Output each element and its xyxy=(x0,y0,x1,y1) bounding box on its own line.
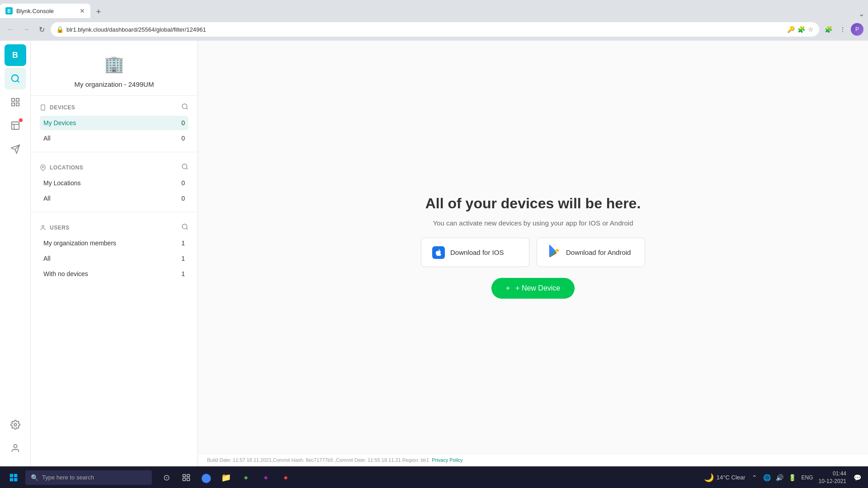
taskbar-search-box[interactable]: 🔍 Type here to search xyxy=(25,470,152,485)
browser-chrome: B Blynk.Console ✕ + ⌄ ← → ↻ 🔒 blr1.blynk… xyxy=(0,0,868,41)
new-device-button[interactable]: + + New Device xyxy=(491,278,575,299)
key-icon[interactable]: 🔑 xyxy=(787,26,795,33)
svg-rect-29 xyxy=(183,478,186,480)
notification-dot xyxy=(19,118,23,122)
extensions-button[interactable]: 🧩 xyxy=(822,23,835,36)
taskbar-app1-button[interactable]: ● xyxy=(237,469,255,487)
settings-gear-button[interactable] xyxy=(5,414,26,436)
taskbar-files-button[interactable]: 📁 xyxy=(217,469,235,487)
taskbar-clock[interactable]: 01:44 10-12-2021 xyxy=(819,470,846,485)
svg-rect-26 xyxy=(14,478,17,481)
svg-point-21 xyxy=(182,224,187,229)
taskbar-network-icon[interactable]: 🌐 xyxy=(762,472,773,483)
download-ios-button[interactable]: Download for IOS xyxy=(421,238,529,267)
svg-line-1 xyxy=(17,80,19,82)
taskbar-app2-button[interactable]: ● xyxy=(257,469,275,487)
sidebar-item-my-devices[interactable]: My Devices 0 xyxy=(40,116,189,130)
svg-point-0 xyxy=(11,75,18,82)
svg-rect-27 xyxy=(183,474,186,477)
playstore-icon xyxy=(548,244,561,260)
browser-profile-button[interactable]: P xyxy=(851,23,863,36)
brand-logo-button[interactable]: B xyxy=(5,44,26,66)
forward-button[interactable]: → xyxy=(20,23,33,36)
devices-search-button[interactable] xyxy=(181,103,189,112)
org-name: My organization - 2499UM xyxy=(75,80,154,88)
tab-close-button[interactable]: ✕ xyxy=(80,7,85,14)
devices-icon xyxy=(40,104,46,111)
appstore-icon xyxy=(432,246,445,259)
taskbar-battery-icon[interactable]: 🔋 xyxy=(787,472,798,483)
svg-line-22 xyxy=(186,228,188,230)
address-bar[interactable]: 🔒 blr1.blynk.cloud/dashboard/25564/globa… xyxy=(51,22,819,37)
no-devices-users-count: 1 xyxy=(181,270,185,277)
download-android-button[interactable]: Download for Android xyxy=(537,238,645,267)
locations-search-button[interactable] xyxy=(181,163,189,172)
download-ios-label: Download for IOS xyxy=(450,249,504,256)
sidebar-item-all-devices[interactable]: All 0 xyxy=(40,131,189,145)
back-button[interactable]: ← xyxy=(5,23,17,36)
svg-rect-3 xyxy=(16,99,19,101)
taskbar: 🔍 Type here to search ⊙ ⬤ 📁 ● ● ● 🌙 14°C… xyxy=(0,466,868,488)
my-locations-label: My Locations xyxy=(43,179,80,187)
tab-title: Blynk.Console xyxy=(16,8,54,14)
tab-overflow-button[interactable]: ⌄ xyxy=(855,9,868,18)
tab-bar: B Blynk.Console ✕ + ⌄ xyxy=(0,0,868,18)
new-tab-button[interactable]: + xyxy=(92,5,105,18)
empty-state-title: All of your devices will be here. xyxy=(425,195,641,212)
address-bar-icons: 🔑 🧩 ☆ xyxy=(787,26,814,33)
start-button[interactable] xyxy=(4,469,24,486)
svg-point-12 xyxy=(14,445,17,448)
sidebar-item-all-users[interactable]: All 1 xyxy=(40,251,189,266)
taskbar-volume-icon[interactable]: 🔊 xyxy=(774,472,785,483)
my-devices-count: 0 xyxy=(181,119,185,127)
icon-bar-bottom xyxy=(5,414,26,466)
taskbar-right: 🌙 14°C Clear ⌃ 🌐 🔊 🔋 ENG 01:44 10-12-202… xyxy=(704,470,864,485)
taskbar-time: 01:44 xyxy=(819,470,846,478)
taskbar-notification-button[interactable]: 💬 xyxy=(850,470,864,485)
active-tab[interactable]: B Blynk.Console ✕ xyxy=(0,4,90,18)
sidebar-item-my-locations[interactable]: My Locations 0 xyxy=(40,176,189,190)
devices-section: DEVICES My Devices 0 All 0 xyxy=(31,96,198,148)
sidebar-item-all-locations[interactable]: All 0 xyxy=(40,191,189,206)
svg-line-19 xyxy=(186,168,188,169)
taskbar-sys-icons: ⌃ 🌐 🔊 🔋 ENG xyxy=(749,472,815,483)
taskbar-task-view-button[interactable] xyxy=(177,469,195,487)
content-area: All of your devices will be here. You ca… xyxy=(198,41,868,453)
svg-rect-4 xyxy=(11,103,14,106)
icon-bar: B xyxy=(0,41,31,466)
browser-menu-button[interactable]: ⋮ xyxy=(836,23,849,36)
taskbar-chevron-icon[interactable]: ⌃ xyxy=(749,472,760,483)
sidebar-item-org-members[interactable]: My organization members 1 xyxy=(40,236,189,250)
sidebar-item-no-devices-users[interactable]: With no devices 1 xyxy=(40,267,189,281)
all-users-label: All xyxy=(43,255,51,262)
taskbar-chrome-button[interactable]: ⬤ xyxy=(197,469,215,487)
taskbar-app3-button[interactable]: ● xyxy=(277,469,295,487)
extensions-icon[interactable]: 🧩 xyxy=(797,26,805,33)
send-nav-button[interactable] xyxy=(5,138,26,160)
search-nav-button[interactable] xyxy=(5,68,26,89)
analytics-nav-button[interactable] xyxy=(5,115,26,136)
my-devices-label: My Devices xyxy=(43,119,76,127)
svg-rect-5 xyxy=(16,103,19,106)
divider-1 xyxy=(31,152,198,152)
svg-rect-23 xyxy=(10,474,13,477)
all-devices-count: 0 xyxy=(181,135,185,142)
users-section: USERS My organization members 1 All 1 Wi… xyxy=(31,216,198,284)
svg-line-16 xyxy=(186,108,188,109)
dashboard-nav-button[interactable] xyxy=(5,91,26,113)
svg-rect-25 xyxy=(10,478,13,481)
all-locations-label: All xyxy=(43,195,51,202)
tab-favicon: B xyxy=(5,7,13,14)
taskbar-weather: 🌙 14°C Clear xyxy=(704,473,745,483)
taskbar-center-icons: ⊙ ⬤ 📁 ● ● ● xyxy=(157,469,295,487)
bookmark-icon[interactable]: ☆ xyxy=(808,26,814,33)
taskbar-cortana-button[interactable]: ⊙ xyxy=(157,469,175,487)
refresh-button[interactable]: ↻ xyxy=(35,23,48,36)
no-devices-users-label: With no devices xyxy=(43,270,88,277)
users-search-button[interactable] xyxy=(181,223,189,232)
profile-nav-button[interactable] xyxy=(5,437,26,459)
plus-icon: + xyxy=(506,284,510,292)
privacy-policy-link[interactable]: Privacy Policy xyxy=(432,457,462,463)
empty-state: All of your devices will be here. You ca… xyxy=(421,195,645,299)
svg-rect-6 xyxy=(11,122,19,130)
